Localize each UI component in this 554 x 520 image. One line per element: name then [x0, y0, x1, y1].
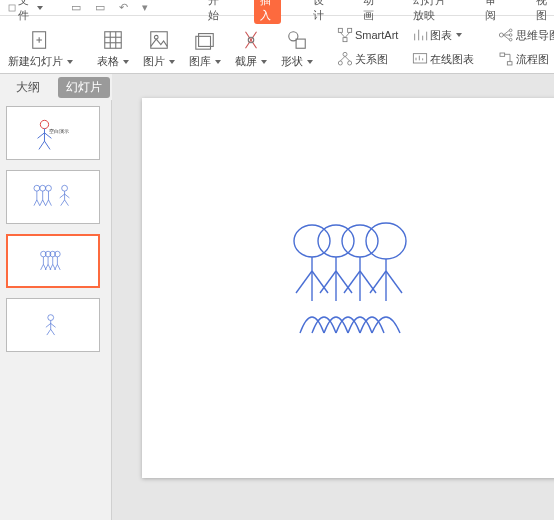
menu-bar: 文件 ▭ ▭ ↶ ▾ 开始 插入 设计 动画 幻灯片放映 审阅 视图 [0, 0, 554, 16]
table-button[interactable]: 表格 [93, 26, 133, 71]
svg-point-30 [500, 33, 504, 37]
tab-start[interactable]: 开始 [204, 0, 226, 23]
svg-rect-34 [500, 53, 505, 56]
svg-line-54 [40, 200, 43, 206]
slide-thumb-3[interactable] [6, 234, 100, 288]
slide-panel: 大纲 幻灯片 空白演示 [0, 74, 112, 520]
svg-line-99 [360, 271, 376, 293]
slide-thumb-1[interactable]: 空白演示 [6, 106, 100, 160]
slide-stage [112, 74, 554, 520]
svg-point-86 [294, 225, 330, 257]
svg-line-56 [46, 200, 49, 206]
tab-design[interactable]: 设计 [309, 0, 331, 23]
chart-icon [412, 27, 428, 43]
screenshot-button[interactable]: 截屏 [231, 26, 271, 71]
tab-insert[interactable]: 插入 [254, 0, 280, 24]
svg-line-85 [51, 329, 55, 335]
svg-rect-16 [338, 28, 342, 32]
new-slide-button[interactable]: 新建幻灯片 [4, 26, 77, 71]
svg-line-78 [55, 264, 58, 270]
new-slide-icon [29, 28, 53, 52]
svg-line-96 [320, 271, 336, 293]
current-slide[interactable] [142, 98, 554, 478]
panel-tab-slides[interactable]: 幻灯片 [58, 77, 110, 98]
svg-rect-12 [196, 36, 211, 49]
svg-point-31 [510, 29, 513, 32]
qa-icon-2[interactable]: ▭ [95, 1, 105, 14]
qa-icon-1[interactable]: ▭ [71, 1, 81, 14]
svg-line-101 [386, 271, 402, 293]
svg-line-98 [344, 271, 360, 293]
svg-point-58 [62, 185, 68, 191]
flowchart-button[interactable]: 流程图 [494, 49, 554, 69]
thumbnail-list: 空白演示 [0, 100, 112, 520]
svg-line-57 [49, 200, 52, 206]
flowchart-icon [498, 51, 514, 67]
svg-line-61 [65, 194, 70, 198]
svg-line-60 [60, 194, 65, 198]
screenshot-icon [239, 28, 263, 52]
chart-button[interactable]: 图表 [408, 25, 478, 45]
panel-tab-outline[interactable]: 大纲 [16, 79, 40, 96]
tab-review[interactable]: 审阅 [481, 0, 503, 23]
relation-icon [337, 51, 353, 67]
svg-rect-26 [414, 54, 427, 63]
quick-access: ▭ ▭ ↶ ▾ [71, 1, 148, 14]
svg-point-47 [40, 185, 46, 191]
gallery-icon [193, 28, 217, 52]
svg-point-39 [41, 121, 49, 129]
svg-rect-35 [508, 62, 513, 65]
file-menu[interactable]: 文件 [8, 0, 43, 23]
svg-rect-15 [296, 39, 305, 48]
gallery-button[interactable]: 图库 [185, 26, 225, 71]
qa-icon-3[interactable]: ↶ [119, 1, 128, 14]
svg-text:空白演示: 空白演示 [49, 128, 69, 134]
table-icon [101, 28, 125, 52]
svg-point-80 [48, 315, 54, 321]
svg-point-20 [338, 61, 342, 65]
svg-rect-9 [151, 32, 168, 49]
svg-line-62 [61, 200, 65, 206]
tab-animation[interactable]: 动画 [359, 0, 381, 23]
shapes-button[interactable]: 形状 [277, 26, 317, 71]
svg-line-63 [65, 200, 69, 206]
svg-line-44 [45, 141, 51, 149]
tab-slideshow[interactable]: 幻灯片放映 [409, 0, 453, 23]
svg-line-83 [51, 324, 56, 328]
picture-button[interactable]: 图片 [139, 26, 179, 71]
svg-line-97 [336, 271, 352, 293]
svg-line-94 [296, 271, 312, 293]
svg-point-87 [318, 225, 354, 257]
svg-point-89 [366, 223, 406, 259]
relation-button[interactable]: 关系图 [333, 49, 402, 69]
svg-line-84 [47, 329, 51, 335]
svg-rect-0 [9, 4, 15, 10]
picture-icon [147, 28, 171, 52]
mindmap-button[interactable]: 思维导图 [494, 25, 554, 45]
svg-rect-11 [199, 34, 214, 47]
smartart-button[interactable]: SmartArt [333, 25, 402, 45]
svg-point-46 [34, 185, 40, 191]
svg-line-100 [370, 271, 386, 293]
svg-line-53 [37, 200, 40, 206]
svg-point-32 [510, 34, 513, 37]
svg-point-33 [510, 38, 513, 41]
svg-line-76 [50, 264, 53, 270]
tab-view[interactable]: 视图 [532, 0, 554, 23]
svg-line-52 [34, 200, 37, 206]
svg-point-19 [343, 52, 347, 56]
svg-line-79 [57, 264, 60, 270]
svg-line-43 [39, 141, 45, 149]
slide-thumb-2[interactable] [6, 170, 100, 224]
svg-line-74 [45, 264, 48, 270]
qa-icon-4[interactable]: ▾ [142, 1, 148, 14]
svg-rect-17 [348, 28, 352, 32]
svg-line-82 [46, 324, 51, 328]
svg-line-95 [312, 271, 328, 293]
svg-line-72 [41, 264, 44, 270]
slide-thumb-4[interactable] [6, 298, 100, 352]
online-chart-button[interactable]: 在线图表 [408, 49, 478, 69]
svg-rect-18 [343, 38, 347, 42]
mindmap-icon [498, 27, 514, 43]
smartart-icon [337, 27, 353, 43]
